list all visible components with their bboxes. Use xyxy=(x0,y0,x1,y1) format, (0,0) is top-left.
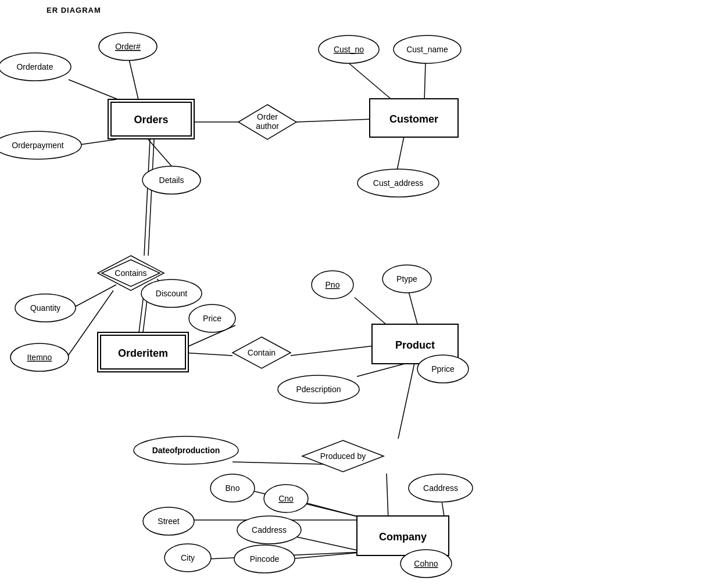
svg-line-30 xyxy=(296,537,365,552)
entity-customer-label: Customer xyxy=(389,113,438,125)
attr-caddress-bot-label: Caddress xyxy=(252,525,287,535)
svg-line-18 xyxy=(291,346,375,356)
attr-cust-no-label: Cust_no xyxy=(334,45,364,54)
attr-caddress-top-label: Caddress xyxy=(423,483,458,493)
rel-order-author-label2: author xyxy=(256,121,279,131)
entity-product-label: Product xyxy=(395,339,435,351)
attr-quantity-label: Quantity xyxy=(30,303,60,313)
attr-ordernum-label: Order# xyxy=(115,42,141,51)
entity-company-label: Company xyxy=(379,531,427,543)
entity-orders-label: Orders xyxy=(134,114,168,126)
svg-line-32 xyxy=(289,552,366,559)
entity-orderitem-label: Orderitem xyxy=(118,347,168,359)
svg-line-6 xyxy=(348,62,394,102)
svg-line-5 xyxy=(296,119,372,122)
attr-city-label: City xyxy=(181,553,195,562)
attr-orderpayment-label: Orderpayment xyxy=(12,141,64,150)
er-diagram: ER DIAGRAM xyxy=(0,0,708,588)
svg-line-7 xyxy=(424,62,425,102)
attr-price-label: Price xyxy=(203,314,221,323)
diagram-svg: Orders Customer Orderitem Product Compan… xyxy=(0,0,708,588)
svg-line-23 xyxy=(398,363,414,439)
attr-dateofproduction-label: Dateofproduction xyxy=(152,446,220,455)
svg-line-20 xyxy=(409,292,419,328)
rel-order-author-label: Order xyxy=(257,112,278,121)
attr-bno-label: Bno xyxy=(226,483,240,493)
attr-pprice-label: Pprice xyxy=(431,364,455,374)
svg-line-22 xyxy=(357,363,407,377)
attr-itemno-label: Itemno xyxy=(27,353,52,362)
rel-contains-label: Contains xyxy=(115,268,146,278)
attr-pno-label: Pno xyxy=(326,280,340,289)
svg-line-24 xyxy=(387,474,388,520)
svg-line-3 xyxy=(148,139,173,167)
attr-details-label: Details xyxy=(159,175,184,185)
rel-contain-label: Contain xyxy=(248,348,276,357)
attr-cno-label: Cno xyxy=(278,494,294,503)
rel-produced-by-label: Produced by xyxy=(320,451,366,461)
attr-orderdate-label: Orderdate xyxy=(16,62,53,71)
attr-cohno-label: Cohno xyxy=(414,559,438,568)
attr-ptype-label: Ptype xyxy=(396,274,417,284)
attr-cust-address-label: Cust_address xyxy=(373,178,423,188)
svg-line-8 xyxy=(397,137,404,170)
attr-pincode-label: Pincode xyxy=(250,554,280,564)
attr-pdescription-label: Pdescription xyxy=(296,385,341,394)
svg-line-1 xyxy=(129,59,140,105)
svg-line-17 xyxy=(183,353,233,356)
attr-cust-name-label: Cust_name xyxy=(406,45,448,54)
attr-discount-label: Discount xyxy=(156,289,188,298)
attr-street-label: Street xyxy=(158,517,179,526)
